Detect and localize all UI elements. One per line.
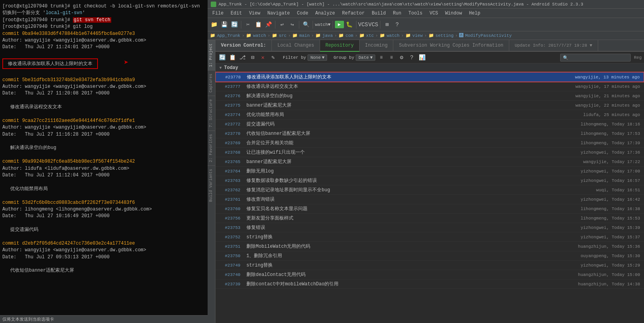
vc-search-input[interactable]: [560, 54, 631, 62]
commit-row[interactable]: #23770代收短信banner适配索尼大屏lihongmeng, Today …: [215, 129, 644, 138]
commit-row[interactable]: #23778修改通讯录添加联系人到达上限时的文本wangyijie, 13 mi…: [215, 72, 644, 82]
toolbar-cut-btn[interactable]: ✂: [243, 20, 253, 29]
menu-edit[interactable]: Edit: [228, 10, 245, 17]
commit-row[interactable]: #23763修复数据读取参数缺少引起的错误yizhongwei, Today 1…: [215, 176, 644, 185]
commit-row[interactable]: #23775banner适配索尼大屏wangyijie, 22 minutes …: [215, 101, 644, 110]
vc-settings-btn[interactable]: ⚙: [397, 53, 406, 62]
terminal-blank-7: [2, 179, 205, 185]
main-area: 1: Project Captures 7: Structure 2: Favo…: [208, 40, 644, 323]
commit-row[interactable]: #23764删除无用logyizhongwei, Today 17:00: [215, 167, 644, 176]
breadcrumb-sep-3: ›: [288, 33, 291, 38]
breadcrumb-watch2[interactable]: watch: [387, 33, 400, 38]
breadcrumb-src-icon: 📁: [272, 33, 277, 38]
toolbar-vcs2-btn[interactable]: VCS: [369, 20, 378, 29]
vc-tab-update-info[interactable]: Update Info: 2017/7/27 19:28 ▼: [509, 40, 598, 51]
vc-edit-btn[interactable]: ✎: [269, 53, 277, 62]
side-tab-structure[interactable]: 7: Structure: [208, 96, 215, 131]
menu-file[interactable]: File: [209, 10, 227, 17]
toolbar-run-btn[interactable]: ▶: [335, 21, 344, 28]
commit-row[interactable]: #23760修复宝贝名名称文本显示问题lihongmeng, Today 16:…: [215, 204, 644, 214]
menu-view[interactable]: View: [246, 10, 264, 17]
menu-build[interactable]: Build: [369, 10, 389, 17]
toolbar-redo-btn[interactable]: ↪: [288, 20, 297, 29]
breadcrumb-watch[interactable]: watch: [253, 33, 266, 38]
menu-window[interactable]: Window: [442, 10, 465, 17]
commit-row[interactable]: #23776解决通讯录空白的bugwangyijie, 21 minutes a…: [215, 91, 644, 101]
vc-graph-btn[interactable]: 📊: [418, 53, 426, 62]
vc-refresh-btn[interactable]: 🔄: [218, 53, 226, 62]
terminal-commit-5: commit 53d2fc6b0bccd0883cabc8f2262f73e07…: [2, 200, 205, 206]
toolbar-vcs-btn[interactable]: VCS: [358, 20, 368, 29]
commit-row[interactable]: #237501、删除冗余引用ouyangpeng, Today 15:30: [215, 251, 644, 261]
toolbar-sync-btn[interactable]: 🔄: [230, 20, 239, 29]
menu-code[interactable]: Code: [294, 10, 311, 17]
vc-copy-btn[interactable]: 📋: [228, 53, 237, 62]
toolbar-paste-btn[interactable]: 📌: [264, 20, 273, 29]
filter-dropdown[interactable]: None ▼: [308, 54, 327, 61]
breadcrumb-java[interactable]: java: [322, 33, 333, 38]
vc-collapse-all-btn[interactable]: ≡: [387, 53, 396, 62]
toolbar-search-btn[interactable]: 🔍: [301, 20, 311, 29]
toolbar-watch-group: watch▼: [315, 22, 331, 27]
vc-tab-incoming[interactable]: Incoming: [360, 40, 394, 51]
breadcrumb-main-icon: 📁: [292, 33, 298, 38]
toolbar-help-btn[interactable]: ?: [393, 20, 402, 29]
commit-message: 解决通讯录空白的bug: [246, 93, 562, 99]
commit-message: banner适配索尼大屏: [246, 158, 562, 165]
vc-collapse-btn[interactable]: ⊟: [248, 53, 257, 62]
vc-tab-repository[interactable]: Repository: [320, 40, 360, 52]
toolbar-sep-3: [299, 21, 299, 29]
commit-row[interactable]: #23762修复消息记录地址界面时间显示不全bugwuqi, Today 16:…: [215, 185, 644, 195]
menu-tools[interactable]: Tools: [405, 10, 426, 17]
commit-row[interactable]: #23768让已连接的wifi只出现一个yizhongwei, Today 17…: [215, 148, 644, 157]
toolbar-folder-btn[interactable]: 📁: [209, 20, 219, 29]
breadcrumb-xtc[interactable]: xtc: [366, 33, 374, 38]
commit-row[interactable]: #23777修改通讯录远程交友文本wangyijie, 17 minutes a…: [215, 82, 644, 91]
commit-row[interactable]: #23774优化功能禁用布局lidufa, 25 minutes ago: [215, 110, 644, 120]
vc-help-btn[interactable]: ?: [407, 53, 416, 62]
commit-row[interactable]: #23739删除contact中对mobileWatchDao的引用huangz…: [215, 279, 644, 289]
vc-tab-local-changes[interactable]: Local Changes: [272, 40, 320, 51]
commit-row[interactable]: #23769合并定位开关相关功能lihongmeng, Today 17:39: [215, 138, 644, 148]
breadcrumb-view[interactable]: view: [412, 33, 423, 38]
vc-tab-svn-info[interactable]: Subversion Working Copies Information: [393, 40, 509, 51]
vc-expand-all-btn[interactable]: ≡: [377, 53, 385, 62]
commit-author: lihongmeng, Today 18:16: [562, 122, 640, 127]
side-tab-project[interactable]: 1: Project: [208, 40, 215, 70]
commit-row[interactable]: #23772提交遗漏代码lihongmeng, Today 18:16: [215, 120, 644, 129]
menu-vcs[interactable]: VCS: [427, 10, 441, 17]
breadcrumb-modify-pass[interactable]: ModifyPassActivity: [465, 33, 512, 38]
menu-help[interactable]: Help: [466, 10, 483, 17]
toolbar-undo-btn[interactable]: ↩: [277, 20, 287, 29]
menu-refactor[interactable]: Refactor: [339, 10, 368, 17]
menu-navigate[interactable]: Navigate: [264, 10, 293, 17]
side-tab-captures[interactable]: Captures: [208, 70, 215, 96]
menu-analyze[interactable]: Analyze: [312, 10, 338, 17]
breadcrumb-main[interactable]: main: [299, 33, 309, 38]
commit-row[interactable]: #23749string替换yizhongwei, Today 15:29: [215, 261, 644, 270]
commit-row[interactable]: #23740删除dealContact无用代码huangzhijun, Toda…: [215, 270, 644, 279]
commit-row[interactable]: #23761修改查询错误yizhongwei, Today 16:42: [215, 195, 644, 204]
breadcrumb-app-trunk[interactable]: App_Trunk: [217, 33, 240, 38]
breadcrumb-setting[interactable]: setting: [436, 33, 454, 38]
toolbar-terminal-btn[interactable]: ⊞: [382, 20, 392, 29]
vc-branch-btn[interactable]: ⎇: [238, 53, 247, 62]
toolbar-save-btn[interactable]: 💾: [219, 20, 229, 29]
terminal-redbox-area: 修改通讯录添加联系人到达上限时的文本 ➤: [2, 58, 205, 69]
side-tab-build[interactable]: Build Variants: [208, 165, 215, 205]
side-tab-favorites[interactable]: 2: Favorites: [208, 131, 215, 165]
menu-run[interactable]: Run: [390, 10, 405, 17]
breadcrumb-src[interactable]: src: [279, 33, 287, 38]
toolbar-copy-btn[interactable]: 📋: [253, 20, 263, 29]
group-dropdown[interactable]: Date ▼: [356, 54, 375, 61]
breadcrumb-com[interactable]: com: [346, 33, 353, 38]
commit-row[interactable]: #23752string替换yizhongwei, Today 15:37: [215, 232, 644, 242]
commit-row[interactable]: #23753修复错误yizhongwei, Today 15:39: [215, 223, 644, 232]
commit-list[interactable]: ▼ Today #23778修改通讯录添加联系人到达上限时的文本wangyiji…: [215, 64, 644, 323]
commit-row[interactable]: #23756更新友盟分享面板样式lihongmeng, Today 15:53: [215, 214, 644, 223]
vc-delete-btn[interactable]: ✕: [259, 53, 267, 62]
commit-row[interactable]: #23751删除MobileWatch无用的代码huangzhijun, Tod…: [215, 242, 644, 251]
toolbar-debug-btn[interactable]: 🐛: [345, 20, 354, 29]
commit-message: 修复宝贝名名称文本显示问题: [246, 205, 562, 212]
commit-row[interactable]: #23765banner适配索尼大屏wangyijie, Today 17:22: [215, 157, 644, 167]
